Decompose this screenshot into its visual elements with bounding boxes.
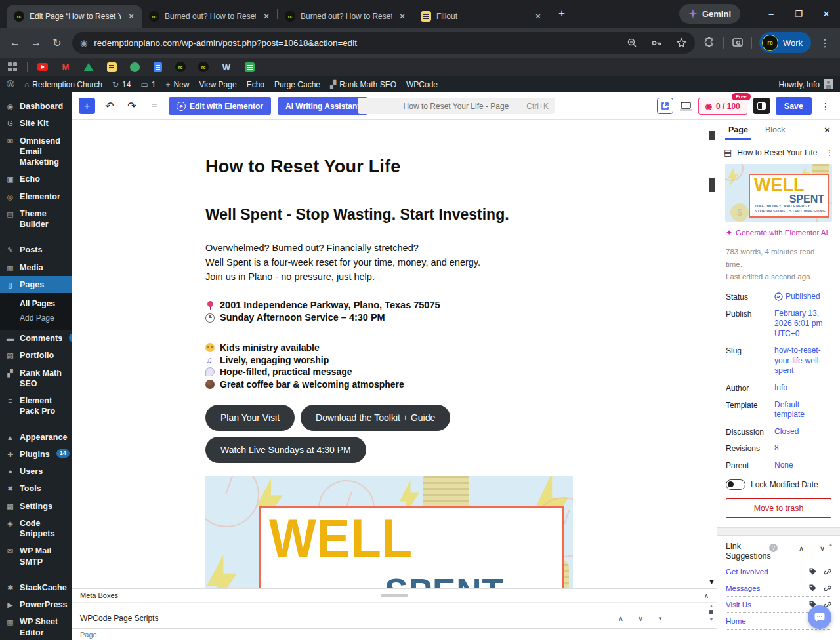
bookmark-star-icon[interactable] [673,33,691,52]
document-command-bar[interactable]: How to Reset Your Life - Page Ctrl+K [358,98,555,114]
featured-image[interactable]: $ WELL SPENT TIME, MONEY, AND ENERGY STO… [725,164,832,222]
canvas-scrollbar-thumb[interactable] [709,131,715,140]
sidebar-item-users[interactable]: ●Users [0,463,72,480]
admin-bar-item-1[interactable]: ▭1 [140,80,156,89]
editor-options-icon[interactable]: ⋮ [818,101,833,111]
sidebar-item-element-pack-pro[interactable]: ≡Element Pack Pro [0,392,72,420]
howdy-label[interactable]: Howdy, Info [779,80,820,89]
preview-devices-icon[interactable] [679,101,692,111]
gemini-button[interactable]: Gemini [679,4,740,24]
cta-plan-your-visit[interactable]: Plan Your Visit [205,405,295,431]
undo-icon[interactable]: ↶ [102,100,117,112]
admin-bar-item-14[interactable]: ↻14 [112,80,131,89]
admin-bar-item-echo[interactable]: Echo [247,80,264,89]
tab-close-icon[interactable]: ✕ [126,11,136,22]
password-key-icon[interactable] [648,33,666,52]
meta-boxes-bar[interactable]: Meta Boxes ∧ [72,588,717,602]
maximize-button[interactable]: ❐ [785,0,812,28]
rc-bookmark-2[interactable]: rc [198,62,209,72]
sidebar-item-wp-mail-smtp[interactable]: ✉WP Mail SMTP [0,542,72,570]
link-suggestion-home[interactable]: Home [726,617,808,625]
insert-link-icon[interactable] [823,567,831,576]
profile-button[interactable]: rc Work [759,32,811,53]
link-suggestion-messages[interactable]: Messages [726,584,808,592]
copy-tag-icon[interactable] [808,567,817,576]
sidebar-item-portfolio[interactable]: ▧Portfolio [0,347,72,364]
tab-page[interactable]: Page [720,120,757,140]
sidebar-item-comments[interactable]: ▬Comments1 [0,330,72,347]
page-title[interactable]: How to Reset Your Life [205,157,573,177]
address-bar[interactable]: ◉ redemptionplano.com/wp-admin/post.php?… [72,32,695,54]
cta-download-the-toolkit-guide[interactable]: Download the Toolkit + Guide [301,405,450,431]
breadcrumb[interactable]: Page [80,631,97,639]
wpcode-page-scripts-panel[interactable]: WPCode Page Scripts ∧ ∨ ▼ ▲ ▼ [72,609,717,628]
sidebar-item-echo[interactable]: ▣Echo [0,170,72,188]
paragraph[interactable]: Join us in Plano - no pressure, just hel… [205,270,573,284]
user-avatar[interactable] [824,79,833,89]
field-value[interactable]: 8 [774,443,831,454]
info-line[interactable]: 2001 Independence Parkway, Plano, Texas … [205,299,573,311]
tab-search-icon[interactable] [728,33,747,52]
save-button[interactable]: Save [776,97,812,115]
well-spent-hero-image[interactable]: $ WELL SPENT [205,476,573,588]
browser-tab-1[interactable]: rc Edit Page “How to Reset Your Li ✕ [7,5,142,28]
feature-line[interactable]: Hope-filled, practical message [205,366,573,378]
move-up-icon[interactable]: ∧ [799,544,804,553]
submenu-item-all-pages[interactable]: All Pages [0,296,72,311]
back-icon[interactable]: ← [5,33,25,52]
scrollbar-thumb[interactable] [709,610,713,614]
sidebar-item-omnisend-email-marketing[interactable]: ✉Omnisend Email Marketing [0,132,72,171]
tab-close-icon[interactable]: ✕ [397,11,408,22]
settings-panel-toggle[interactable] [753,98,770,114]
drive-bookmark[interactable] [83,62,94,72]
insert-link-icon[interactable] [823,584,831,592]
url-text[interactable]: redemptionplano.com/wp-admin/post.php?po… [94,38,616,48]
sidebar-item-settings[interactable]: ▩Settings [0,498,72,515]
forward-icon[interactable]: → [26,33,46,52]
browser-tab-2[interactable]: rc Burned out? How to Reset Your ✕ [142,5,277,28]
tab-close-icon[interactable]: ✕ [533,11,543,22]
sidebar-item-plugins[interactable]: ✚Plugins14 [0,446,72,463]
help-icon[interactable]: ? [769,544,778,552]
block-inserter-button[interactable]: + [79,98,95,114]
sidebar-item-theme-builder[interactable]: ▤Theme Builder [0,205,72,233]
paragraph[interactable]: Well Spent is a four-week reset for your… [205,255,573,270]
sheets-bookmark[interactable] [244,62,255,72]
admin-bar-item-new[interactable]: +New [165,80,189,89]
sidebar-item-code-snippets[interactable]: ◈Code Snippets [0,515,72,543]
admin-bar-item-purge-cache[interactable]: Purge Cache [274,80,320,89]
admin-bar-item-wordpress-icon[interactable]: Ⓦ [7,79,14,90]
sidebar-item-stackcache[interactable]: ✱StackCache [0,579,72,596]
mini-scrollbar[interactable]: ▲ ▼ [707,603,715,622]
sidebar-item-wp-sheet-editor[interactable]: ▦WP Sheet Editor [0,613,72,640]
admin-bar-item-rank-math-seo[interactable]: ▞Rank Math SEO [330,80,396,89]
minimize-button[interactable]: – [757,0,785,28]
browser-menu-icon[interactable]: ⋮ [815,33,835,52]
move-to-trash-button[interactable]: Move to trash [726,498,831,518]
generate-with-elementor-ai-link[interactable]: ✦ Generate with Elementor AI [717,227,840,243]
close-sidebar-icon[interactable]: ✕ [817,125,837,135]
field-value[interactable]: None [774,460,831,471]
ai-writing-assistant-button[interactable]: AI Writing Assistant [278,97,368,115]
sidebar-item-powerpress[interactable]: ▶PowerPress [0,596,72,613]
editor-canvas[interactable]: How to Reset Your Life Well Spent - Stop… [72,120,717,588]
link-suggestion-get-involved[interactable]: Get Involved [726,568,808,576]
paragraph[interactable]: Overwhelmed? Burned out? Financially str… [205,241,573,255]
copy-tag-icon[interactable] [808,584,817,592]
docs-bookmark[interactable] [152,62,163,72]
field-value[interactable]: Closed [774,427,831,437]
edit-with-elementor-button[interactable]: e Edit with Elementor [169,97,271,115]
sidebar-item-rank-math-seo[interactable]: ▞Rank Math SEO [0,365,72,393]
tab-block[interactable]: Block [757,120,794,140]
w-bookmark[interactable]: W [221,62,232,72]
rc-bookmark-1[interactable]: rc [175,62,186,72]
browser-tab-4[interactable]: Fillout ✕ [413,5,549,28]
sidebar-item-site-kit[interactable]: GSite Kit [0,115,72,132]
gmail-bookmark[interactable]: M [60,62,71,72]
admin-bar-item-redemption-church[interactable]: ⌂Redemption Church [24,80,102,89]
scroll-down-icon[interactable]: ▼ [708,578,715,586]
feature-line[interactable]: Lively, engaging worship [205,354,573,367]
move-down-icon[interactable]: ∨ [820,544,825,553]
info-line[interactable]: Sunday Afternoon Service – 4:30 PM [205,311,573,324]
link-suggestion-visit-us[interactable]: Visit Us [726,601,808,609]
